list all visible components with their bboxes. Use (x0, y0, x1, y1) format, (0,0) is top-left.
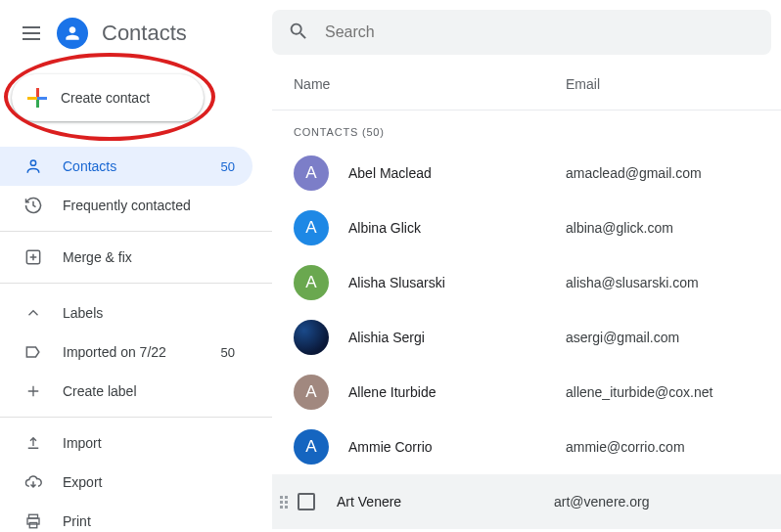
sidebar-item-imported[interactable]: Imported on 7/22 50 (0, 332, 253, 372)
svg-point-0 (30, 160, 35, 165)
nav-label: Frequently contacted (63, 198, 235, 213)
avatar: A (294, 210, 329, 245)
contact-name: Ammie Corrio (348, 439, 566, 455)
person-icon (23, 156, 43, 176)
main-content: Name Email CONTACTS (50) AAbel Macleadam… (272, 0, 781, 532)
sidebar-item-contacts[interactable]: Contacts 50 (0, 147, 253, 186)
search-input[interactable] (325, 23, 765, 41)
avatar: A (294, 265, 329, 300)
upload-icon (23, 433, 43, 453)
create-contact-label: Create contact (61, 90, 150, 106)
cloud-download-icon (23, 472, 43, 492)
contacts-logo-icon (57, 18, 88, 49)
sidebar-item-print[interactable]: Print (0, 502, 253, 532)
contact-email: albina@glick.com (566, 220, 673, 236)
menu-icon[interactable] (20, 22, 43, 45)
contact-name: Abel Maclead (348, 165, 566, 181)
contact-list: AAbel Macleadamaclead@gmail.comAAlbina G… (272, 146, 781, 529)
sidebar-item-export[interactable]: Export (0, 463, 253, 502)
nav-count: 50 (221, 159, 235, 174)
drag-handle-icon[interactable] (280, 496, 292, 509)
sidebar-item-frequent[interactable]: Frequently contacted (0, 186, 253, 225)
contact-name: Allene Iturbide (348, 384, 566, 400)
contact-email: art@venere.org (554, 494, 649, 510)
sidebar-item-create-label[interactable]: Create label (0, 372, 253, 411)
contact-email: allene_iturbide@cox.net (566, 384, 712, 400)
select-checkbox[interactable] (298, 493, 315, 510)
avatar: A (294, 155, 329, 191)
contact-email: alisha@slusarski.com (566, 275, 699, 290)
list-header: Name Email (272, 55, 781, 111)
app-title: Contacts (102, 21, 187, 46)
label-icon (23, 342, 43, 362)
nav-label: Export (63, 474, 235, 490)
avatar (294, 320, 329, 355)
svg-rect-4 (29, 523, 37, 528)
sidebar-item-merge-fix[interactable]: Merge & fix (0, 238, 253, 277)
chevron-up-icon (23, 303, 43, 323)
sidebar-item-import[interactable]: Import (0, 423, 253, 463)
create-contact-button[interactable]: Create contact (12, 74, 204, 121)
contact-row[interactable]: Art Venereart@venere.org (272, 474, 781, 529)
contact-email: ammie@corrio.com (566, 439, 685, 455)
history-icon (23, 196, 43, 215)
column-email: Email (566, 76, 781, 92)
print-icon (23, 511, 43, 531)
contact-row[interactable]: AAbel Macleadamaclead@gmail.com (272, 146, 781, 200)
contact-name: Art Venere (337, 494, 554, 510)
contact-row[interactable]: AAllene Iturbideallene_iturbide@cox.net (272, 365, 781, 420)
search-bar[interactable] (272, 10, 771, 55)
sidebar: Contacts Create contact Contacts 50 (0, 0, 272, 532)
contact-row[interactable]: AAmmie Corrioammie@corrio.com (272, 420, 781, 474)
nav-label: Print (63, 513, 235, 529)
contact-name: Albina Glick (348, 220, 566, 236)
search-icon (288, 21, 309, 45)
nav-label: Labels (63, 305, 235, 321)
contact-email: asergi@gmail.com (566, 330, 679, 345)
nav-label: Imported on 7/22 (63, 344, 202, 360)
column-name: Name (294, 76, 566, 92)
header: Contacts (0, 10, 272, 57)
contact-row[interactable]: Alishia Sergiasergi@gmail.com (272, 310, 781, 365)
contact-row[interactable]: AAlisha Slusarskialisha@slusarski.com (272, 255, 781, 310)
plus-icon (27, 88, 47, 108)
contact-name: Alishia Sergi (348, 330, 566, 345)
nav-label: Contacts (63, 158, 202, 174)
nav-label: Merge & fix (63, 249, 235, 265)
row-hover-controls (280, 493, 335, 510)
sidebar-item-labels[interactable]: Labels (0, 293, 253, 332)
nav-label: Create label (63, 383, 235, 399)
nav-count: 50 (221, 345, 235, 360)
plus-thin-icon (23, 381, 43, 401)
avatar: A (294, 429, 329, 465)
nav-label: Import (63, 435, 235, 451)
merge-fix-icon (23, 247, 43, 267)
contact-email: amaclead@gmail.com (566, 165, 702, 181)
contact-row[interactable]: AAlbina Glickalbina@glick.com (272, 200, 781, 255)
avatar: A (294, 375, 329, 410)
section-title: CONTACTS (50) (272, 111, 781, 146)
contact-name: Alisha Slusarski (348, 275, 566, 290)
